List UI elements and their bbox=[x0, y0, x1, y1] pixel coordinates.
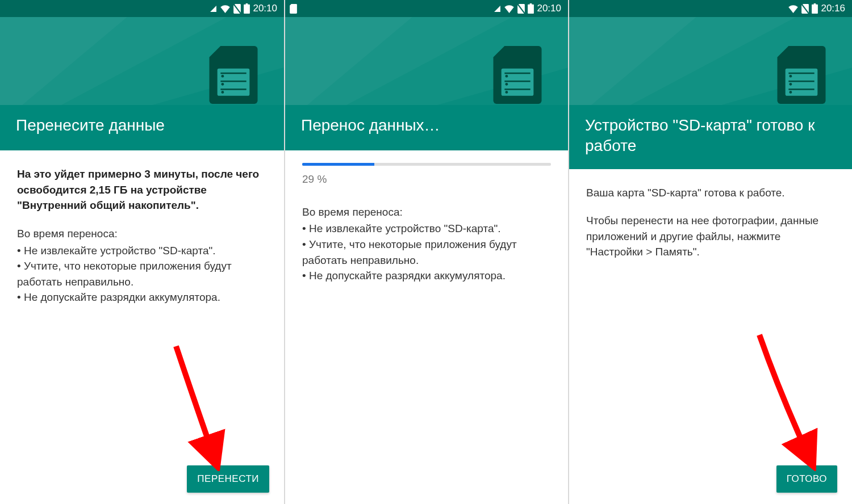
status-bar: 20:10 bbox=[285, 0, 568, 17]
subhead: Во время переноса: bbox=[17, 226, 267, 242]
content-area: На это уйдет примерно 3 минуты, после че… bbox=[0, 150, 284, 504]
svg-rect-6 bbox=[220, 81, 246, 82]
status-time: 20:10 bbox=[253, 3, 277, 14]
progress-label: 29 % bbox=[302, 171, 551, 187]
wifi-icon bbox=[220, 5, 231, 13]
title-bar: Перенос данных… bbox=[285, 105, 568, 150]
svg-rect-24 bbox=[788, 73, 814, 74]
status-time: 20:16 bbox=[821, 3, 845, 14]
transfer-button[interactable]: ПЕРЕНЕСТИ bbox=[187, 465, 269, 493]
svg-rect-21 bbox=[812, 5, 818, 14]
subhead: Во время переноса: bbox=[302, 204, 551, 220]
svg-rect-1 bbox=[244, 5, 250, 14]
svg-point-27 bbox=[789, 83, 792, 86]
sd-card-icon bbox=[209, 46, 258, 105]
progress-bar bbox=[302, 163, 551, 166]
svg-point-15 bbox=[505, 75, 508, 78]
bullet: • Не извлекайте устройство "SD-карта". bbox=[17, 243, 267, 259]
bullet: • Учтите, что некоторые приложения будут… bbox=[17, 258, 267, 289]
lead-text: На это уйдет примерно 3 минуты, после че… bbox=[17, 166, 267, 213]
signal-triangle-icon bbox=[494, 5, 501, 12]
svg-point-9 bbox=[221, 91, 224, 94]
wifi-icon bbox=[504, 5, 515, 13]
signal-triangle-icon bbox=[210, 5, 217, 12]
svg-rect-14 bbox=[504, 73, 530, 74]
svg-point-5 bbox=[221, 75, 224, 78]
page-title: Перенос данных… bbox=[301, 115, 552, 136]
sd-card-icon bbox=[493, 46, 542, 105]
battery-icon bbox=[244, 3, 250, 14]
svg-point-7 bbox=[221, 83, 224, 86]
svg-point-25 bbox=[789, 75, 792, 78]
hero-illustration bbox=[569, 17, 852, 105]
paragraph: Чтобы перенести на нее фотографии, данны… bbox=[586, 213, 835, 260]
screen-2: 20:10 Перенос данных… bbox=[284, 0, 568, 504]
battery-icon bbox=[528, 3, 534, 14]
status-time: 20:10 bbox=[537, 3, 561, 14]
bullet: • Не допускайте разрядки аккумулятора. bbox=[302, 268, 551, 284]
screen-3: 20:16 Устройство "SD-карта" готово к раб… bbox=[568, 0, 852, 504]
battery-icon bbox=[812, 3, 818, 14]
status-bar: 20:10 bbox=[0, 0, 284, 17]
svg-rect-4 bbox=[220, 73, 246, 74]
sd-card-icon bbox=[777, 46, 826, 105]
paragraph: Ваша карта "SD-карта" готова к работе. bbox=[586, 185, 835, 201]
hero-illustration bbox=[0, 17, 284, 105]
title-bar: Перенесите данные bbox=[0, 105, 284, 150]
svg-rect-28 bbox=[788, 89, 814, 90]
status-bar: 20:16 bbox=[569, 0, 852, 17]
bullet: • Не допускайте разрядки аккумулятора. bbox=[17, 289, 267, 305]
progress-fill bbox=[302, 163, 374, 166]
svg-rect-12 bbox=[530, 3, 532, 5]
page-title: Устройство "SD-карта" готово к работе bbox=[585, 115, 836, 157]
svg-rect-16 bbox=[504, 81, 530, 82]
hero-illustration bbox=[285, 17, 568, 105]
done-button[interactable]: ГОТОВО bbox=[776, 465, 837, 493]
page-title: Перенесите данные bbox=[16, 115, 268, 136]
title-bar: Устройство "SD-карта" готово к работе bbox=[569, 105, 852, 169]
content-area: Ваша карта "SD-карта" готова к работе. Ч… bbox=[569, 169, 852, 504]
no-sim-icon bbox=[801, 4, 809, 14]
no-sim-icon bbox=[517, 4, 525, 14]
svg-rect-18 bbox=[504, 89, 530, 90]
svg-rect-26 bbox=[788, 81, 814, 82]
svg-point-19 bbox=[505, 91, 508, 94]
progress-block: 29 % bbox=[302, 163, 551, 187]
screen-1: 20:10 Перенесите данные На это уйдет при… bbox=[0, 0, 284, 504]
bullet: • Не извлекайте устройство "SD-карта". bbox=[302, 221, 551, 237]
svg-rect-22 bbox=[814, 3, 816, 5]
svg-rect-2 bbox=[246, 3, 248, 5]
svg-rect-8 bbox=[220, 89, 246, 90]
sd-card-status-icon bbox=[290, 4, 297, 14]
svg-rect-11 bbox=[528, 5, 534, 14]
bullet: • Учтите, что некоторые приложения будут… bbox=[302, 237, 551, 268]
svg-point-29 bbox=[789, 91, 792, 94]
no-sim-icon bbox=[233, 4, 241, 14]
svg-point-17 bbox=[505, 83, 508, 86]
content-area: 29 % Во время переноса: • Не извлекайте … bbox=[285, 150, 568, 504]
wifi-icon bbox=[788, 5, 799, 13]
